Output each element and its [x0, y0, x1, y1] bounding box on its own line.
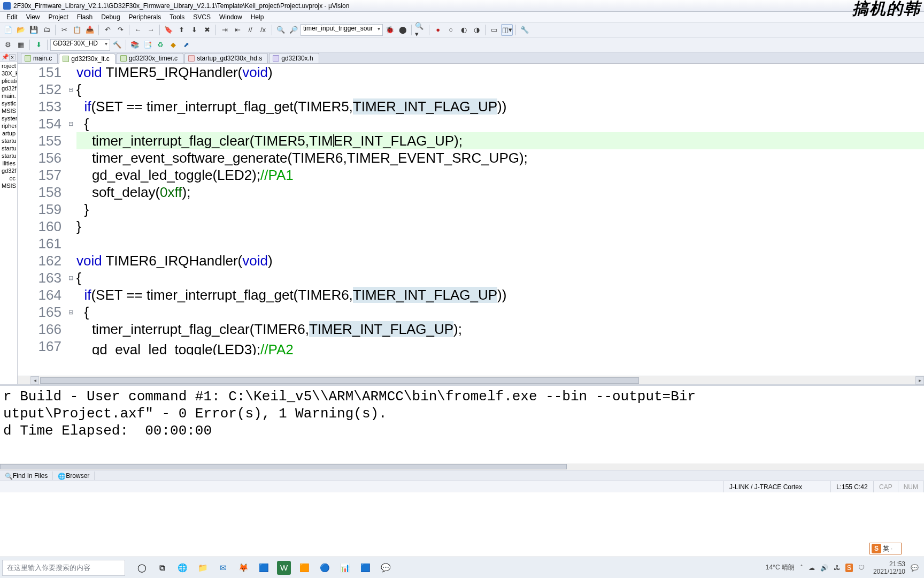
- breakpoint-icon[interactable]: ⬤: [397, 24, 409, 36]
- new-file-icon[interactable]: 📄: [2, 24, 14, 36]
- window-layout-icon[interactable]: ▭: [488, 24, 500, 36]
- project-tree-item[interactable]: MSIS: [0, 107, 17, 115]
- tray-chevron-icon[interactable]: ˄: [800, 564, 803, 572]
- config-icon[interactable]: 🔧: [519, 24, 530, 36]
- file-tab[interactable]: gd32f30x_it.c: [59, 54, 115, 64]
- app1-icon[interactable]: 🦊: [236, 561, 250, 575]
- find-icon[interactable]: 🔍: [275, 24, 287, 36]
- output-tab-browser[interactable]: 🌐Browser: [53, 471, 95, 480]
- manage-icon[interactable]: 📚: [129, 39, 141, 51]
- find-combo[interactable]: timer_input_trigger_sour: [301, 24, 383, 36]
- tray-notifications-icon[interactable]: 💬: [911, 564, 919, 572]
- stop-build-icon[interactable]: ◆: [167, 39, 179, 51]
- scroll-left-icon[interactable]: ◂: [30, 376, 39, 385]
- edge-icon[interactable]: 🌐: [175, 561, 189, 575]
- step-icon[interactable]: ○: [445, 24, 457, 36]
- bookmark-next-icon[interactable]: ⬇: [188, 24, 200, 36]
- step2-icon[interactable]: ◐: [458, 24, 469, 36]
- fold-column[interactable]: ⊟⊟⊟⊟: [67, 64, 74, 355]
- outdent-icon[interactable]: ⇤: [232, 24, 243, 36]
- bookmark-icon[interactable]: 🔖: [163, 24, 174, 36]
- nav-fwd-icon[interactable]: →: [145, 24, 157, 36]
- menu-help[interactable]: Help: [247, 13, 268, 21]
- rebuild-icon[interactable]: ♻: [155, 39, 166, 51]
- mail-icon[interactable]: ✉: [216, 561, 230, 575]
- output-scroll-thumb[interactable]: [0, 464, 567, 469]
- indent-icon[interactable]: ⇥: [219, 24, 230, 36]
- menu-window[interactable]: Window: [215, 13, 247, 21]
- project-tree-item[interactable]: systic: [0, 100, 17, 107]
- word-icon[interactable]: W: [277, 561, 291, 575]
- ime-indicator[interactable]: S 英 ·: [869, 543, 902, 554]
- menu-tools[interactable]: Tools: [165, 13, 189, 21]
- file-tab[interactable]: main.c: [21, 53, 58, 63]
- output-hscrollbar[interactable]: [0, 463, 924, 470]
- tray-clock[interactable]: 21:53 2021/12/10: [873, 560, 905, 575]
- project-tree-item[interactable]: 30X_HI: [0, 70, 17, 77]
- project-tree-item[interactable]: syster: [0, 115, 17, 122]
- app3-icon[interactable]: 🟧: [297, 561, 311, 575]
- explorer-icon[interactable]: 📁: [196, 561, 210, 575]
- pin-icon[interactable]: 📌: [2, 54, 9, 60]
- file-tab[interactable]: gd32f30x_timer.c: [117, 53, 183, 63]
- bookmark-prev-icon[interactable]: ⬆: [175, 24, 187, 36]
- project-tree-item[interactable]: main.: [0, 92, 17, 100]
- menu-debug[interactable]: Debug: [97, 13, 124, 21]
- undo-icon[interactable]: ↶: [102, 24, 113, 36]
- comment-icon[interactable]: //: [244, 24, 256, 36]
- project-tree-item[interactable]: gd32f: [0, 167, 17, 174]
- code-source[interactable]: void TIMER5_IRQHandler(void){ if(SET == …: [74, 64, 924, 355]
- project-tree-item[interactable]: startu: [0, 144, 17, 152]
- project-tree-item[interactable]: startu: [0, 137, 17, 144]
- app4-icon[interactable]: 🔵: [318, 561, 332, 575]
- options-icon[interactable]: 🔨: [111, 39, 123, 51]
- batch-icon[interactable]: 📑: [142, 39, 153, 51]
- menu-flash[interactable]: Flash: [73, 13, 97, 21]
- project-tree-item[interactable]: riphera: [0, 122, 17, 130]
- download-icon[interactable]: ⬈: [180, 39, 192, 51]
- taskbar-search[interactable]: 在这里输入你要搜索的内容: [2, 560, 125, 576]
- tray-sogou-icon[interactable]: S: [845, 564, 853, 572]
- keil-icon[interactable]: 🟦: [358, 561, 372, 575]
- tray-cloud-icon[interactable]: ☁: [808, 564, 815, 572]
- close-icon[interactable]: ×: [9, 54, 16, 60]
- scroll-thumb[interactable]: [40, 377, 639, 384]
- project-tree-item[interactable]: oc: [0, 174, 17, 182]
- copy-icon[interactable]: 📋: [71, 24, 83, 36]
- menu-peripherals[interactable]: Peripherals: [125, 13, 166, 21]
- menu-project[interactable]: Project: [44, 13, 72, 21]
- project-tree-item[interactable]: ilities: [0, 159, 17, 167]
- menu-view[interactable]: View: [22, 13, 44, 21]
- bookmark-clear-icon[interactable]: ✖: [201, 24, 213, 36]
- tray-sound-icon[interactable]: 🔊: [820, 564, 828, 572]
- redo-icon[interactable]: ↷: [114, 24, 126, 36]
- taskview-icon[interactable]: ⧉: [155, 561, 169, 575]
- target-combo[interactable]: GD32F30X_HD: [50, 39, 110, 51]
- file-tab[interactable]: gd32f30x.h: [269, 53, 319, 63]
- uncomment-icon[interactable]: /x: [257, 24, 269, 36]
- code-editor[interactable]: 1511521531541551561571581591601611621631…: [18, 64, 924, 376]
- weather-widget[interactable]: 14°C 晴朗: [766, 563, 795, 572]
- project-tree-item[interactable]: gd32f: [0, 85, 17, 92]
- save-icon[interactable]: 💾: [28, 24, 40, 36]
- step3-icon[interactable]: ◑: [471, 24, 482, 36]
- project-panel[interactable]: 📌 × roject30X_HIplicatiogd32fmain.systic…: [0, 52, 18, 384]
- project-tree-item[interactable]: plicatio: [0, 77, 17, 85]
- project-tree-item[interactable]: startu: [0, 152, 17, 159]
- editor-hscrollbar[interactable]: ◂ ▸: [18, 376, 924, 384]
- tray-net-icon[interactable]: 🖧: [834, 564, 840, 572]
- menu-svcs[interactable]: SVCS: [189, 13, 215, 21]
- project-tree-item[interactable]: MSIS: [0, 182, 17, 189]
- scroll-right-icon[interactable]: ▸: [915, 376, 924, 385]
- build-icon[interactable]: ▦: [15, 39, 27, 51]
- open-file-icon[interactable]: 📂: [15, 24, 27, 36]
- record-icon[interactable]: ●: [432, 24, 444, 36]
- wechat-icon[interactable]: 💬: [379, 561, 392, 575]
- build-output-text[interactable]: r Build - User command #1: C:\Keil_v5\\A…: [0, 386, 924, 463]
- menu-edit[interactable]: Edit: [2, 13, 22, 21]
- load-icon[interactable]: ⬇: [33, 39, 44, 51]
- translate-icon[interactable]: ⚙: [2, 39, 14, 51]
- zoom-icon[interactable]: 🔍▾: [414, 24, 426, 36]
- find-files-icon[interactable]: 🔎: [288, 24, 299, 36]
- project-tree-item[interactable]: roject: [0, 62, 17, 70]
